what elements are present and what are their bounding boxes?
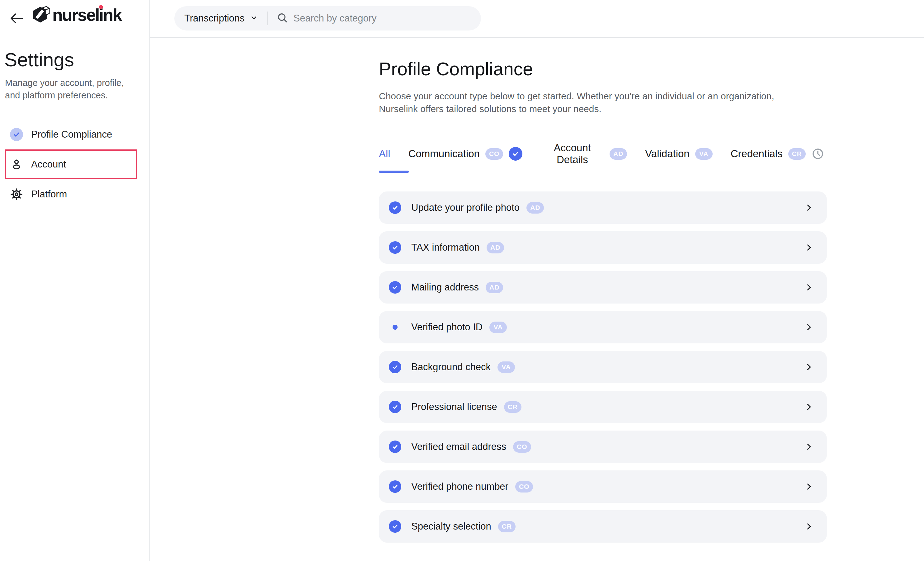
list-item-verified-email-address[interactable]: Verified email address CO bbox=[379, 430, 827, 463]
sidebar-item-label: Account bbox=[31, 159, 66, 170]
tab-all[interactable]: All bbox=[379, 148, 390, 160]
brand-wordmark: nurselink bbox=[52, 5, 122, 25]
list-item-specialty-selection[interactable]: Specialty selection CR bbox=[379, 510, 827, 543]
sidebar-item-profile-compliance[interactable]: Profile Compliance bbox=[4, 120, 137, 149]
clock-icon bbox=[811, 147, 824, 160]
check-circle-icon bbox=[389, 520, 401, 532]
chevron-right-icon bbox=[804, 243, 813, 252]
chevron-right-icon bbox=[804, 323, 813, 332]
settings-sidebar: nurselink Settings Manage your account, … bbox=[0, 0, 150, 561]
badge-cr: CR bbox=[788, 148, 806, 160]
chevron-right-icon bbox=[804, 522, 813, 531]
list-item-mailing-address[interactable]: Mailing address AD bbox=[379, 271, 827, 303]
sidebar-item-platform[interactable]: Platform bbox=[4, 179, 137, 209]
filter-selected-value: Transcriptions bbox=[184, 13, 245, 24]
check-circle-icon bbox=[389, 201, 401, 214]
badge-va: VA bbox=[489, 322, 507, 333]
check-circle-icon bbox=[389, 281, 401, 294]
check-circle-icon bbox=[389, 361, 401, 373]
list-item-tax-information[interactable]: TAX information AD bbox=[379, 231, 827, 264]
check-circle-icon bbox=[389, 400, 401, 413]
gear-icon bbox=[10, 188, 23, 201]
profile-compliance-panel: Profile Compliance Choose your account t… bbox=[379, 38, 827, 550]
search-input[interactable] bbox=[294, 13, 468, 24]
category-tabs: All Communication CO Account Details AD … bbox=[379, 144, 827, 164]
check-circle-icon bbox=[389, 241, 401, 254]
divider bbox=[267, 12, 268, 25]
chevron-down-icon bbox=[250, 14, 258, 23]
category-filter-dropdown[interactable]: Transcriptions bbox=[174, 13, 258, 24]
chevron-right-icon bbox=[804, 482, 813, 491]
active-tab-underline bbox=[379, 171, 409, 173]
search-bar: Transcriptions bbox=[174, 6, 481, 30]
tab-validation[interactable]: Validation VA bbox=[645, 148, 712, 160]
chevron-right-icon bbox=[804, 283, 813, 292]
badge-cr: CR bbox=[498, 521, 516, 532]
chevron-right-icon bbox=[804, 363, 813, 371]
sidebar-item-account[interactable]: Account bbox=[4, 149, 137, 179]
list-item-professional-license[interactable]: Professional license CR bbox=[379, 391, 827, 423]
search-icon bbox=[276, 12, 289, 25]
badge-ad: AD bbox=[486, 282, 503, 293]
person-icon bbox=[10, 158, 23, 171]
badge-ad: AD bbox=[487, 242, 504, 254]
badge-cr: CR bbox=[504, 401, 522, 413]
back-button[interactable] bbox=[9, 10, 25, 27]
badge-co: CO bbox=[513, 441, 531, 453]
pending-dot-icon bbox=[389, 325, 401, 330]
badge-va: VA bbox=[498, 362, 515, 373]
badge-ad: AD bbox=[610, 148, 627, 160]
nurselink-cube-icon bbox=[32, 6, 50, 24]
badge-co: CO bbox=[515, 481, 533, 492]
check-circle-icon bbox=[10, 128, 23, 141]
brand-logo: nurselink bbox=[32, 5, 122, 25]
page-description: Choose your account type below to get st… bbox=[379, 90, 827, 115]
check-circle-icon bbox=[389, 480, 401, 493]
sidebar-title: Settings bbox=[4, 49, 74, 70]
sidebar-description: Manage your account, profile, and platfo… bbox=[5, 76, 126, 102]
settings-nav: Profile Compliance Account bbox=[4, 120, 137, 209]
page-title: Profile Compliance bbox=[379, 58, 827, 80]
list-item-update-profile-photo[interactable]: Update your profile photo AD bbox=[379, 192, 827, 224]
badge-va: VA bbox=[695, 148, 712, 160]
list-item-verified-phone-number[interactable]: Verified phone number CO bbox=[379, 470, 827, 503]
chevron-right-icon bbox=[804, 402, 813, 411]
topbar: Transcriptions bbox=[150, 0, 924, 38]
list-item-background-check[interactable]: Background check VA bbox=[379, 351, 827, 383]
sidebar-item-label: Platform bbox=[31, 189, 67, 200]
arrow-left-icon bbox=[9, 11, 24, 27]
list-item-verified-photo-id[interactable]: Verified photo ID VA bbox=[379, 311, 827, 344]
chevron-right-icon bbox=[804, 442, 813, 451]
compliance-item-list: Update your profile photo AD TAX informa… bbox=[379, 192, 827, 543]
tab-account-details[interactable]: Account Details AD bbox=[540, 142, 627, 166]
sidebar-item-label: Profile Compliance bbox=[31, 129, 112, 140]
check-circle-icon bbox=[389, 441, 401, 453]
badge-co: CO bbox=[485, 148, 503, 160]
tab-communication[interactable]: Communication CO bbox=[408, 147, 523, 160]
chevron-right-icon bbox=[804, 203, 813, 212]
badge-ad: AD bbox=[526, 202, 544, 214]
tab-credentials[interactable]: Credentials CR bbox=[730, 147, 824, 160]
check-circle-icon bbox=[509, 147, 522, 160]
